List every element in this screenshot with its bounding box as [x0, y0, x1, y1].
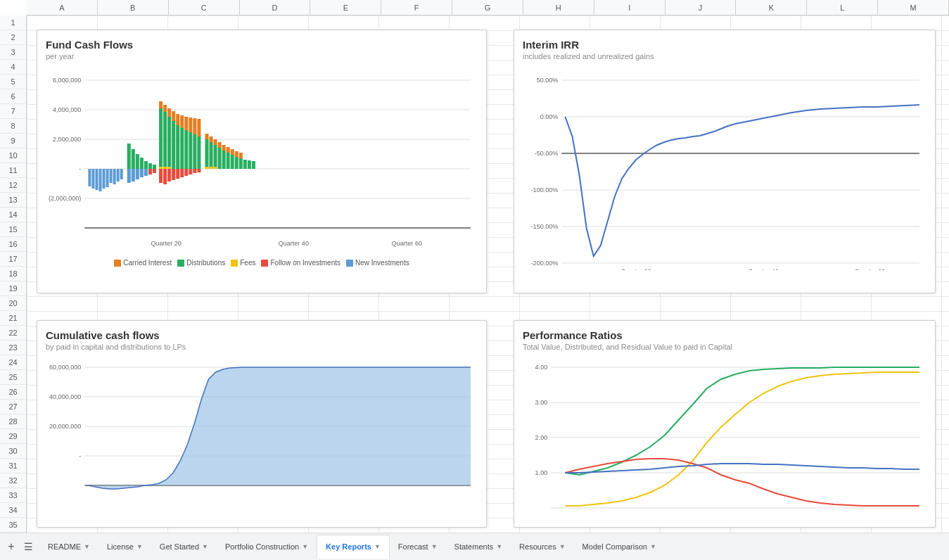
tab-key-reports-label: Key Reports	[326, 542, 371, 551]
svg-rect-43	[176, 125, 179, 169]
row-21: 21	[0, 311, 26, 326]
svg-rect-91	[163, 167, 167, 169]
col-b: B	[98, 0, 169, 15]
svg-text:-150.00%: -150.00%	[531, 223, 559, 230]
svg-text:Quarter 20: Quarter 20	[620, 268, 651, 270]
svg-text:4.00: 4.00	[535, 364, 548, 371]
svg-rect-51	[167, 108, 171, 117]
svg-rect-74	[227, 153, 230, 169]
svg-rect-47	[193, 134, 196, 169]
svg-rect-79	[248, 160, 251, 169]
tab-resources[interactable]: Resources ▼	[511, 535, 574, 559]
svg-rect-72	[218, 148, 222, 169]
tab-model-comparison[interactable]: Model Comparison ▼	[574, 535, 665, 559]
tab-portfolio-construction-arrow: ▼	[302, 543, 308, 550]
tab-portfolio-construction-label: Portfolio Construction	[225, 542, 299, 551]
tab-readme-arrow: ▼	[84, 543, 90, 550]
row-24: 24	[0, 355, 26, 370]
svg-text:40,000,000: 40,000,000	[49, 393, 81, 400]
spreadsheet: A B C D E F G H I J K L M 1 2 3 4 5 6 7 …	[0, 0, 949, 533]
row-15: 15	[0, 222, 26, 237]
row-numbers: 1 2 3 4 5 6 7 8 9 10 11 12 13 14 15 16 1…	[0, 15, 27, 533]
col-k: K	[736, 0, 807, 15]
svg-rect-81	[205, 134, 208, 139]
row-11: 11	[0, 163, 26, 178]
tab-resources-arrow: ▼	[559, 543, 566, 550]
svg-text:60,000,000: 60,000,000	[49, 364, 81, 371]
svg-rect-56	[189, 117, 192, 132]
svg-rect-83	[214, 139, 217, 145]
legend-distributions: Distributions	[177, 259, 225, 267]
svg-rect-75	[231, 155, 234, 169]
svg-rect-85	[222, 145, 226, 151]
svg-text:4,000,000: 4,000,000	[53, 106, 81, 113]
svg-text:50.00%: 50.00%	[537, 77, 559, 84]
cum-subtitle: by paid in capital and distributions to …	[46, 343, 478, 351]
svg-rect-52	[172, 111, 175, 121]
row-29: 29	[0, 429, 26, 444]
svg-text:1.00: 1.00	[535, 469, 548, 476]
svg-rect-78	[243, 160, 247, 169]
row-13: 13	[0, 193, 26, 208]
row-16: 16	[0, 237, 26, 252]
svg-rect-55	[184, 117, 188, 130]
col-d: D	[240, 0, 311, 15]
cumulative-cash-flows-chart: Cumulative cash flows by paid in capital…	[37, 320, 487, 528]
svg-text:Quarter 60: Quarter 60	[855, 268, 885, 270]
row-12: 12	[0, 178, 26, 193]
perf-subtitle: Total Value, Distributed, and Residual V…	[523, 343, 926, 351]
svg-text:6,000,000: 6,000,000	[53, 77, 81, 84]
svg-rect-19	[103, 169, 106, 189]
svg-text:2,000,000: 2,000,000	[53, 136, 81, 143]
svg-text:-100.00%: -100.00%	[531, 186, 559, 193]
tab-readme[interactable]: README ▼	[39, 535, 98, 559]
row-17: 17	[0, 252, 26, 267]
fund-cash-flows-chart: Fund Cash Flows per year 6,000,000 4,000…	[37, 30, 487, 293]
svg-rect-49	[159, 101, 163, 108]
fcf-legend: Carried Interest Distributions Fees Foll…	[46, 259, 478, 267]
svg-rect-53	[176, 114, 179, 125]
svg-rect-29	[144, 161, 148, 169]
tab-key-reports-arrow: ▼	[374, 543, 381, 550]
fcf-title: Fund Cash Flows	[46, 39, 478, 51]
add-sheet-button[interactable]: +	[3, 538, 20, 555]
legend-follow-on-color	[261, 260, 268, 267]
svg-rect-35	[140, 169, 144, 177]
tab-key-reports[interactable]: Key Reports ▼	[317, 535, 390, 559]
row-25: 25	[0, 370, 26, 385]
svg-rect-57	[193, 118, 196, 134]
svg-rect-66	[189, 169, 192, 174]
svg-text:-: -	[79, 452, 81, 459]
tab-get-started-label: Get Started	[160, 542, 199, 551]
svg-rect-25	[127, 144, 131, 169]
svg-rect-73	[222, 151, 226, 169]
svg-rect-38	[153, 169, 156, 173]
tab-forecast[interactable]: Forecast ▼	[390, 535, 446, 559]
sheet-menu-button[interactable]: ☰	[20, 538, 37, 555]
col-h: H	[523, 0, 594, 15]
col-c: C	[169, 0, 240, 15]
svg-rect-26	[132, 149, 135, 169]
row-1: 1	[0, 15, 26, 30]
tab-portfolio-construction[interactable]: Portfolio Construction ▼	[217, 535, 317, 559]
row-9: 9	[0, 134, 26, 148]
svg-rect-62	[172, 169, 175, 180]
tab-model-comparison-label: Model Comparison	[582, 542, 647, 551]
svg-rect-87	[231, 149, 234, 155]
svg-rect-68	[197, 169, 200, 172]
svg-rect-59	[159, 169, 163, 183]
svg-rect-77	[239, 158, 243, 169]
svg-rect-42	[172, 121, 175, 169]
tab-license[interactable]: License ▼	[98, 535, 151, 559]
tab-statements[interactable]: Statements ▼	[446, 535, 511, 559]
col-l: L	[807, 0, 878, 15]
tab-get-started[interactable]: Get Started ▼	[151, 535, 217, 559]
fcf-subtitle: per year	[46, 52, 478, 61]
svg-rect-18	[98, 169, 101, 191]
svg-text:Quarter 20: Quarter 20	[151, 240, 181, 247]
svg-text:(2,000,000): (2,000,000)	[49, 195, 81, 202]
row-6: 6	[0, 89, 26, 104]
tab-statements-label: Statements	[454, 542, 494, 551]
svg-rect-82	[210, 136, 213, 142]
row-20: 20	[0, 296, 26, 311]
